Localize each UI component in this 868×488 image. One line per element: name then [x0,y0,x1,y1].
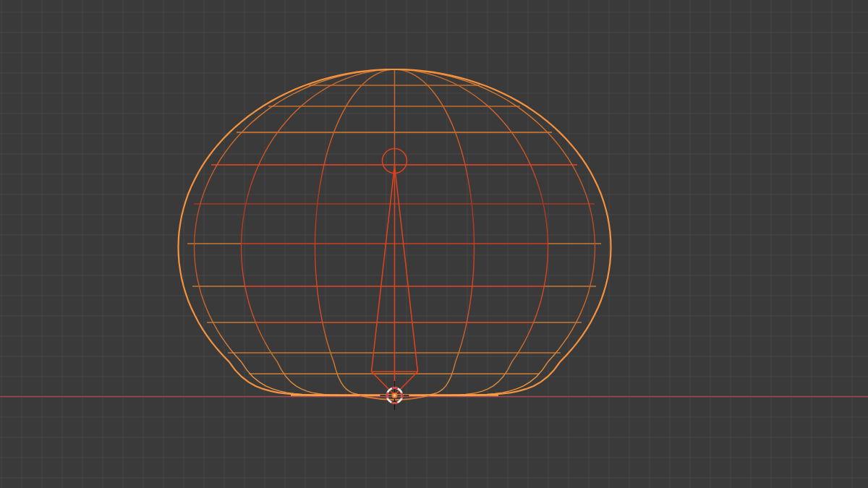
viewport-3d[interactable] [0,0,868,488]
object-origin-dot-core [393,394,396,397]
viewport-canvas[interactable] [0,0,868,488]
